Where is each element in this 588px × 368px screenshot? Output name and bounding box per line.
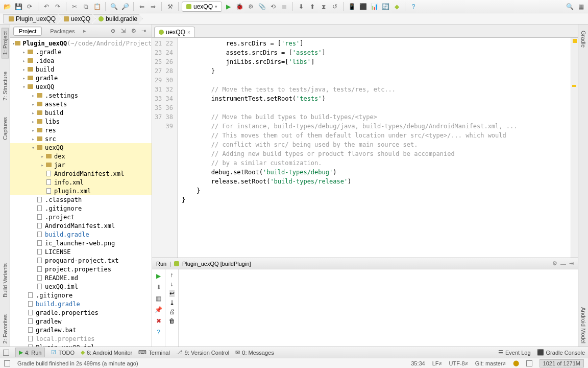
tree-item[interactable]: ic_launcher-web.png xyxy=(10,239,152,247)
pp-gear-icon[interactable]: ⚙ xyxy=(131,28,138,35)
tree-item[interactable]: plugin.xml xyxy=(10,187,152,195)
bb-eventlog[interactable]: ☰Event Log xyxy=(498,349,531,356)
make-icon[interactable]: ⚒ xyxy=(165,2,175,12)
sidebar-tab-captures[interactable]: Captures xyxy=(2,114,8,143)
tree-item[interactable]: ▸build xyxy=(10,108,152,117)
search-everywhere-icon[interactable]: 🔍 xyxy=(565,2,575,12)
sidebar-tab-structure[interactable]: 7: Structure xyxy=(2,68,8,104)
run-down2-icon[interactable]: ↓ xyxy=(170,281,174,288)
tree-item[interactable]: ▸gradle xyxy=(10,74,152,82)
attach-icon[interactable]: 📎 xyxy=(257,2,267,12)
run-pin-icon[interactable]: 📌 xyxy=(154,305,163,314)
find-icon[interactable]: 🔍 xyxy=(109,2,119,12)
pp-target-icon[interactable]: ⊕ xyxy=(111,28,118,35)
run-up-icon[interactable]: ↑ xyxy=(170,271,174,279)
breadcrumb-item[interactable]: Plugin_uexQQ xyxy=(3,14,61,24)
run-help-icon[interactable]: ? xyxy=(154,328,163,337)
status-encoding[interactable]: UTF-8≠ xyxy=(449,360,468,366)
run-gear-icon[interactable]: ⚙ xyxy=(552,260,557,267)
sync-icon[interactable]: ⟳ xyxy=(24,2,35,12)
tree-item[interactable]: ▸src xyxy=(10,134,152,143)
tree-item[interactable]: ▾uexQQ xyxy=(10,143,152,152)
status-toggle-icon[interactable] xyxy=(4,360,10,366)
run-icon[interactable]: ▶ xyxy=(223,2,233,12)
run-down-icon[interactable]: ⬇ xyxy=(154,283,163,292)
forward-icon[interactable]: ⇒ xyxy=(148,2,158,12)
pp-hide-icon[interactable]: ⇥ xyxy=(141,28,149,35)
tree-item[interactable]: ▸build xyxy=(10,65,152,74)
run-minimize-icon[interactable]: — xyxy=(560,261,566,267)
status-git[interactable]: Git: master≠ xyxy=(475,360,506,366)
run-scroll-icon[interactable]: ⤓ xyxy=(169,299,175,306)
tree-item[interactable]: gradlew.bat xyxy=(10,326,152,334)
project-tree[interactable]: ▾Plugin_uexQQ (~/code/Android/Projects/▸… xyxy=(10,38,152,347)
tree-item[interactable]: ▸dex xyxy=(10,152,152,160)
sidebar-tab-build-variants[interactable]: Build Variants xyxy=(2,260,8,301)
tree-root[interactable]: ▾Plugin_uexQQ (~/code/Android/Projects/ xyxy=(10,39,152,48)
bb-run[interactable]: ▶4: Run xyxy=(15,348,45,357)
bb-terminal[interactable]: ⌨Terminal xyxy=(138,349,170,356)
tree-item[interactable]: AndroidManifest.xml xyxy=(10,221,152,230)
tree-item[interactable]: local.properties xyxy=(10,334,152,343)
paste-icon[interactable]: 📋 xyxy=(92,2,102,12)
status-line-sep[interactable]: LF≠ xyxy=(432,360,442,366)
sidebar-tab-gradle[interactable]: Gradle xyxy=(580,28,586,51)
bb-monitor[interactable]: ◆6: Android Monitor xyxy=(81,349,132,356)
status-memory[interactable]: 1021 of 1271M xyxy=(540,359,584,367)
run-close-icon[interactable]: ✖ xyxy=(154,316,163,326)
sidebar-tab-project[interactable]: 1: Project xyxy=(2,28,9,58)
tree-item[interactable]: gradlew xyxy=(10,317,152,326)
open-file-icon[interactable]: 📂 xyxy=(2,2,12,12)
vcs-commit-icon[interactable]: ⬆ xyxy=(307,2,317,12)
tree-item[interactable]: ▾uexQQ xyxy=(10,82,152,91)
status-warn-icon[interactable]: ⬤ xyxy=(513,360,519,366)
sidebar-tab-android-model[interactable]: Android Model xyxy=(580,304,586,347)
reload-icon[interactable]: ⟲ xyxy=(268,2,278,12)
tree-item[interactable]: ▸res xyxy=(10,126,152,134)
run-output[interactable] xyxy=(179,269,578,347)
toggle-panels-icon[interactable]: ▦ xyxy=(576,2,586,12)
back-icon[interactable]: ⇐ xyxy=(137,2,147,12)
bb-vcs[interactable]: ⎇9: Version Control xyxy=(176,349,229,356)
run-config-combo[interactable]: uexQQ ▾ xyxy=(182,2,222,12)
profile-icon[interactable]: ⚙ xyxy=(246,2,256,12)
avd-icon[interactable]: 📱 xyxy=(347,2,357,12)
tree-item[interactable]: ▸jar xyxy=(10,160,152,169)
undo-icon[interactable]: ↶ xyxy=(41,2,52,12)
tree-item[interactable]: build.gradle xyxy=(10,230,152,239)
bb-messages[interactable]: ✉0: Messages xyxy=(235,349,274,356)
editor-tab[interactable]: uexQQ × xyxy=(154,27,195,37)
tree-item[interactable]: info.xml xyxy=(10,178,152,187)
run-print-icon[interactable]: 🖨 xyxy=(169,308,175,315)
breadcrumb-item[interactable]: uexQQ xyxy=(58,14,96,24)
android-icon[interactable]: ◆ xyxy=(391,2,402,12)
marker-strip[interactable] xyxy=(571,38,578,258)
sdk-icon[interactable]: ⬛ xyxy=(358,2,368,12)
copy-icon[interactable]: ⧉ xyxy=(81,2,91,12)
tree-item[interactable]: .gitignore xyxy=(10,204,152,213)
debug-icon[interactable]: 🐞 xyxy=(234,2,244,12)
tree-item[interactable]: build.gradle xyxy=(10,300,152,308)
tree-item[interactable]: uexQQ.iml xyxy=(10,282,152,291)
tree-item[interactable]: gradle.properties xyxy=(10,308,152,317)
monitor-icon[interactable]: 📊 xyxy=(369,2,379,12)
save-icon[interactable]: 💾 xyxy=(13,2,23,12)
tree-item[interactable]: proguard-project.txt xyxy=(10,256,152,265)
breadcrumb-item[interactable]: build.gradle xyxy=(93,14,143,24)
tree-item[interactable]: .classpath xyxy=(10,195,152,204)
rerun-icon[interactable]: ▶ xyxy=(154,271,163,281)
tree-item[interactable]: README.md xyxy=(10,273,152,282)
sync-gradle-icon[interactable]: 🔄 xyxy=(380,2,390,12)
tree-item[interactable]: .project xyxy=(10,213,152,221)
vcs-history-icon[interactable]: ⧗ xyxy=(318,2,329,12)
editor-code[interactable]: res.srcDirs = ['res'] assets.srcDirs = [… xyxy=(178,38,571,258)
vcs-update-icon[interactable]: ⬇ xyxy=(296,2,306,12)
pp-collapse-icon[interactable]: ⇲ xyxy=(121,28,128,35)
cut-icon[interactable]: ✂ xyxy=(69,2,80,12)
pp-view-project[interactable]: Project xyxy=(13,27,42,36)
tree-item[interactable]: AndroidManifest.xml xyxy=(10,169,152,178)
tree-item[interactable]: ▸.settings xyxy=(10,91,152,100)
tree-item[interactable]: ▸assets xyxy=(10,100,152,108)
run-trash-icon[interactable]: 🗑 xyxy=(169,317,175,325)
close-tab-icon[interactable]: × xyxy=(187,30,190,35)
